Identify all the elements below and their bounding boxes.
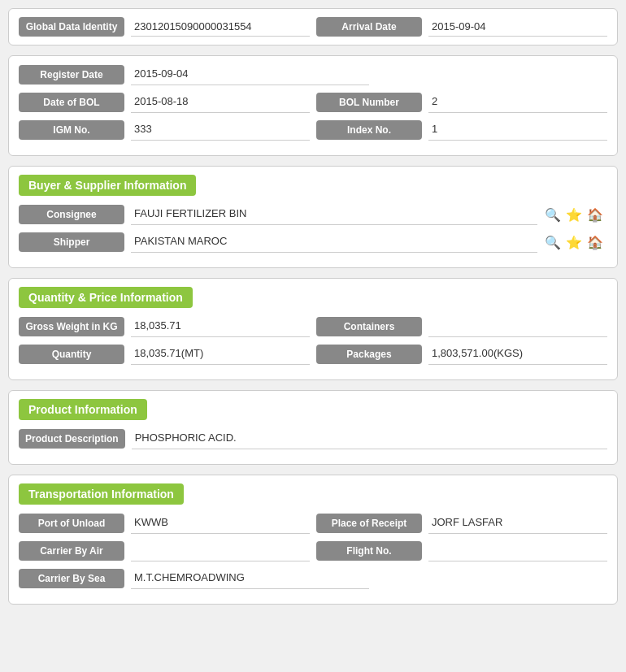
- product-description-label: Product Description: [19, 429, 125, 449]
- date-of-bol-row: Date of BOL 2015-08-18 BOL Number 2: [19, 92, 607, 113]
- port-of-unload-label: Port of Unload: [19, 514, 124, 533]
- register-date-row: Register Date 2015-09-04: [19, 64, 607, 85]
- igm-row: IGM No. 333 Index No. 1: [19, 119, 607, 141]
- buyer-supplier-card: Buyer & Supplier Information Consignee F…: [8, 166, 618, 268]
- consignee-value: FAUJI FERTILIZER BIN: [131, 204, 537, 225]
- consignee-star-icon[interactable]: ⭐: [565, 206, 583, 223]
- arrival-date-label: Arrival Date: [316, 17, 422, 37]
- flight-no-value: [428, 540, 607, 561]
- register-date-value: 2015-09-04: [131, 64, 369, 85]
- register-date-label: Register Date: [19, 65, 124, 85]
- product-section-title: Product Information: [19, 399, 147, 420]
- consignee-row: Consignee FAUJI FERTILIZER BIN 🔍 ⭐ 🏠: [19, 204, 607, 225]
- consignee-home-icon[interactable]: 🏠: [586, 206, 604, 223]
- packages-label: Packages: [316, 345, 422, 364]
- port-of-unload-value: KWWB: [131, 513, 310, 534]
- transportation-card: Transportation Information Port of Unloa…: [8, 475, 618, 605]
- flight-no-label: Flight No.: [316, 541, 422, 561]
- place-of-receipt-label: Place of Receipt: [316, 514, 422, 533]
- carrier-by-sea-label: Carrier By Sea: [19, 569, 124, 588]
- index-no-value: 1: [428, 119, 607, 141]
- date-of-bol-value: 2015-08-18: [131, 92, 310, 113]
- port-of-unload-row: Port of Unload KWWB Place of Receipt JOR…: [19, 513, 607, 534]
- carrier-by-air-row: Carrier By Air Flight No.: [19, 540, 607, 561]
- carrier-by-air-value: [131, 540, 310, 561]
- consignee-search-icon[interactable]: 🔍: [544, 206, 562, 223]
- carrier-by-sea-row: Carrier By Sea M.T.CHEMROADWING: [19, 568, 607, 589]
- gross-weight-row: Gross Weight in KG 18,035.71 Containers: [19, 316, 607, 337]
- containers-value: [428, 316, 607, 337]
- product-description-value: PHOSPHORIC ACID.: [132, 428, 607, 449]
- quantity-price-section-title: Quantity & Price Information: [19, 287, 193, 308]
- gross-weight-label: Gross Weight in KG: [19, 317, 124, 336]
- bol-number-label: BOL Number: [316, 93, 422, 112]
- global-header-card: Global Data Identity 2301201509000003155…: [8, 8, 618, 46]
- place-of-receipt-value: JORF LASFAR: [428, 513, 607, 534]
- carrier-by-air-label: Carrier By Air: [19, 541, 124, 561]
- igm-no-label: IGM No.: [19, 120, 124, 140]
- product-card: Product Information Product Description …: [8, 390, 618, 465]
- quantity-price-card: Quantity & Price Information Gross Weigh…: [8, 278, 618, 380]
- date-of-bol-label: Date of BOL: [19, 93, 124, 112]
- shipper-row: Shipper PAKISTAN MAROC 🔍 ⭐ 🏠: [19, 232, 607, 253]
- buyer-supplier-section-title: Buyer & Supplier Information: [19, 175, 196, 196]
- basic-info-card: Register Date 2015-09-04 Date of BOL 201…: [8, 55, 618, 156]
- igm-no-value: 333: [131, 119, 310, 141]
- shipper-icons: 🔍 ⭐ 🏠: [544, 233, 607, 251]
- quantity-label: Quantity: [19, 345, 124, 364]
- product-description-row: Product Description PHOSPHORIC ACID.: [19, 428, 607, 449]
- quantity-value: 18,035.71(MT): [131, 344, 310, 365]
- shipper-value: PAKISTAN MAROC: [131, 232, 537, 253]
- containers-label: Containers: [316, 317, 422, 336]
- transportation-section-title: Transportation Information: [19, 483, 184, 505]
- shipper-star-icon[interactable]: ⭐: [565, 233, 583, 251]
- packages-value: 1,803,571.00(KGS): [428, 344, 607, 365]
- index-no-label: Index No.: [316, 120, 422, 140]
- shipper-label: Shipper: [19, 232, 124, 252]
- shipper-home-icon[interactable]: 🏠: [586, 233, 604, 251]
- global-data-identity-label: Global Data Identity: [19, 17, 124, 37]
- bol-number-value: 2: [428, 92, 607, 113]
- consignee-label: Consignee: [19, 205, 124, 224]
- gross-weight-value: 18,035.71: [131, 316, 310, 337]
- arrival-date-value: 2015-09-04: [428, 17, 607, 37]
- quantity-row: Quantity 18,035.71(MT) Packages 1,803,57…: [19, 344, 607, 365]
- global-data-identity-value: 23012015090000031554: [131, 17, 310, 37]
- consignee-icons: 🔍 ⭐ 🏠: [544, 206, 607, 223]
- carrier-by-sea-value: M.T.CHEMROADWING: [131, 568, 369, 589]
- shipper-search-icon[interactable]: 🔍: [544, 233, 562, 251]
